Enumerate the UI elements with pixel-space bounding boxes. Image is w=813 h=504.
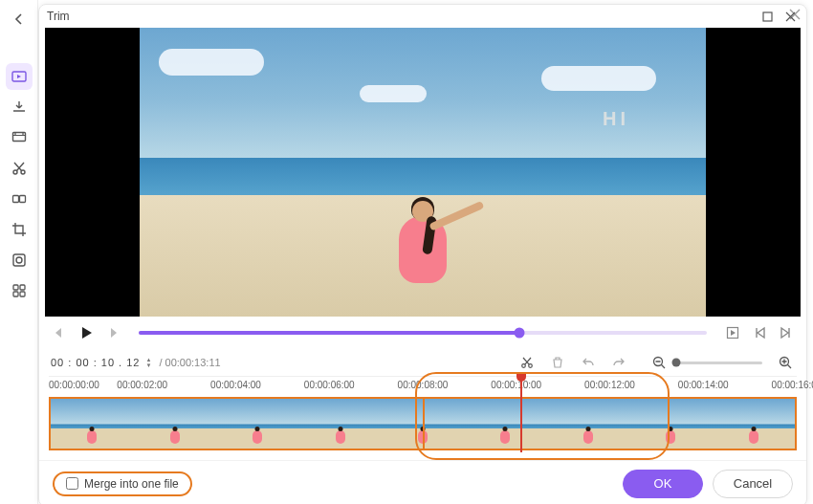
redo-button[interactable] [609, 353, 628, 372]
total-time: / 00:00:13:11 [159, 357, 220, 368]
merge-checkbox[interactable] [66, 477, 78, 490]
skip-end-button[interactable] [776, 322, 797, 343]
overlay-text: HI [603, 108, 629, 130]
svg-rect-5 [19, 196, 25, 203]
svg-point-3 [21, 170, 25, 174]
tab-toolbox[interactable] [6, 277, 33, 304]
tab-converter[interactable] [6, 63, 33, 90]
play-button[interactable] [76, 322, 97, 343]
cut-button[interactable] [517, 353, 537, 372]
ruler-tick: 00:00:16:00 [772, 380, 813, 390]
annotation-highlight-merge: Merge into one file [53, 471, 192, 496]
tab-merge[interactable] [6, 186, 33, 212]
footer: Merge into one file OK Cancel [39, 460, 806, 504]
segment-divider [423, 397, 425, 450]
svg-point-15 [529, 364, 533, 368]
timeline-thumbnail [51, 399, 133, 449]
skip-start-button[interactable] [749, 322, 770, 343]
zoom-in-button[interactable] [776, 353, 795, 372]
timeline-thumbnail [216, 399, 298, 449]
svg-rect-6 [13, 254, 25, 266]
ruler-tick: 00:00:06:00 [304, 380, 355, 390]
trim-panel: Trim HI [38, 4, 807, 504]
seek-slider[interactable] [139, 322, 707, 343]
undo-button[interactable] [579, 353, 598, 372]
preview-area: HI [45, 28, 801, 317]
merge-label[interactable]: Merge into one file [84, 477, 179, 491]
window-title: Trim [47, 10, 70, 23]
svg-point-2 [13, 170, 17, 174]
ruler-tick: 00:00:08:00 [398, 380, 449, 390]
ruler-tick: 00:00:14:00 [678, 380, 729, 390]
current-time-field[interactable]: 00 : 00 : 10 . 12 ▲ ▼ [51, 357, 151, 368]
timeline-thumbnail [298, 399, 381, 449]
tab-downloader[interactable] [6, 94, 33, 121]
timeline-thumbnail [547, 399, 629, 449]
close-button[interactable] [781, 8, 799, 25]
svg-rect-12 [763, 12, 772, 21]
tab-crop[interactable] [6, 216, 33, 243]
zoom-control [644, 353, 795, 372]
zoom-slider[interactable] [676, 362, 762, 364]
tab-recorder[interactable] [6, 247, 33, 274]
left-sidebar [0, 0, 38, 504]
svg-rect-8 [13, 285, 18, 290]
prev-frame-button[interactable] [49, 322, 70, 343]
timeline-thumbnail [629, 399, 712, 449]
timeline-thumbnail [133, 399, 215, 449]
svg-rect-10 [13, 292, 18, 296]
maximize-button[interactable] [758, 8, 776, 25]
svg-rect-11 [20, 292, 25, 296]
svg-rect-9 [20, 285, 25, 290]
ok-button[interactable]: OK [623, 470, 703, 498]
tab-player[interactable] [6, 124, 33, 151]
playhead[interactable] [520, 380, 522, 452]
next-frame-button[interactable] [102, 322, 123, 343]
current-time-value: 00 : 00 : 10 . 12 [51, 357, 140, 368]
timeline-ruler: 00:00:00:0000:00:02:0000:00:04:0000:00:0… [49, 376, 797, 395]
ruler-tick: 00:00:12:00 [584, 380, 635, 390]
time-step-down[interactable]: ▼ [145, 362, 151, 368]
tab-trim[interactable] [6, 155, 33, 182]
video-preview[interactable]: HI [140, 28, 706, 317]
timeline[interactable] [49, 397, 797, 450]
svg-rect-4 [12, 196, 18, 203]
back-button[interactable] [6, 6, 33, 33]
timeline-thumbnail [713, 399, 795, 449]
ruler-tick: 00:00:00:00 [49, 380, 99, 390]
timeline-thumbnail [464, 399, 546, 449]
svg-point-14 [522, 364, 526, 368]
ruler-tick: 00:00:02:00 [117, 380, 167, 390]
cancel-button[interactable]: Cancel [713, 470, 793, 498]
playback-controls [39, 317, 806, 349]
ruler-tick: 00:00:10:00 [491, 380, 541, 390]
ruler-tick: 00:00:04:00 [210, 380, 261, 390]
set-in-point-button[interactable] [722, 322, 743, 343]
delete-segment-button[interactable] [548, 353, 567, 372]
zoom-out-button[interactable] [649, 353, 669, 372]
time-row: 00 : 00 : 10 . 12 ▲ ▼ / 00:00:13:11 [39, 349, 806, 376]
svg-point-7 [16, 257, 22, 263]
titlebar: Trim [39, 5, 806, 28]
